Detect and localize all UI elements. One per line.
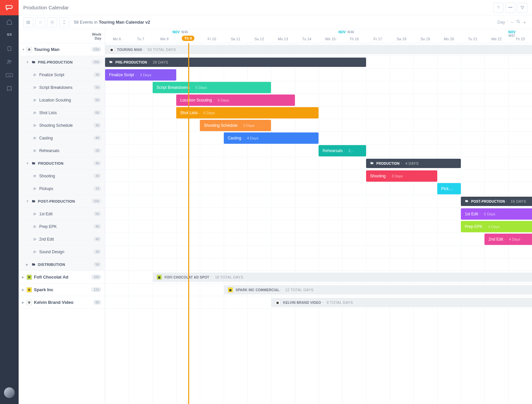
sub-row[interactable]: ▼PRE-PRODUCTION28d (19, 56, 105, 69)
task-bar[interactable]: Rehearsals·2… (319, 145, 366, 156)
task-row[interactable]: Location Scouting5d (19, 94, 105, 106)
task-bar[interactable]: Location Scouting·5 Days (176, 95, 295, 106)
group-row[interactable]: ▼▦Touring Man53d (19, 43, 105, 56)
task-row[interactable]: 1st Edit5d (19, 208, 105, 220)
day-header[interactable]: Mo 20 (444, 37, 454, 41)
day-header[interactable]: We 8 (160, 37, 169, 41)
day-header[interactable]: Mo 6 (113, 37, 121, 41)
header-bar[interactable]: ▦FOFI CHOCOLAT AD SPOT·18 TOTAL DAYS (153, 273, 532, 282)
day-header[interactable]: Fr 17 (373, 37, 382, 41)
nav-vip[interactable]: VIP (0, 69, 19, 82)
header-bar[interactable]: ▦TOURING MAN·53 TOTAL DAYS (105, 45, 532, 54)
bar-sublabel: 18 TOTAL DAYS (215, 275, 243, 279)
row-label: POST-PRODUCTION (38, 199, 91, 203)
zoom-search-button[interactable] (515, 19, 522, 25)
bar-label: FOFI CHOCOLAT AD SPOT (165, 276, 209, 279)
sub-row[interactable]: ▼POST-PRODUCTION16d (19, 195, 105, 208)
task-row[interactable]: Prep EPK4d (19, 220, 105, 233)
app-logo[interactable] (0, 0, 19, 15)
svg-rect-52 (34, 253, 35, 253)
week-marker: NOV W47 (508, 30, 520, 38)
chevron-icon: ▶ (22, 276, 27, 279)
view-list-button[interactable] (23, 17, 33, 27)
bar-sublabel: 5 Days (484, 212, 495, 216)
day-header[interactable]: Su 12 (254, 37, 264, 41)
day-header[interactable]: Mo 13 (278, 37, 288, 41)
nav-rail: VIP (0, 0, 19, 404)
task-bar[interactable]: Shooting Schedule·3 Days (200, 120, 271, 131)
day-header[interactable]: Th 16 (349, 37, 359, 41)
settings-button[interactable] (47, 17, 57, 27)
group-row[interactable]: ▶▦Spark Inc12d (19, 284, 105, 296)
task-row[interactable]: Script Breakdowns5d (19, 81, 105, 94)
task-bar[interactable]: Script Breakdowns·5 Days (153, 82, 271, 93)
favorite-button[interactable]: ☆ (35, 17, 45, 27)
user-avatar[interactable] (4, 387, 15, 398)
task-row[interactable]: Finalize Script3d (19, 69, 105, 81)
task-icon (33, 224, 37, 229)
collapse-button[interactable] (59, 17, 69, 27)
svg-point-5 (8, 60, 10, 62)
task-row[interactable]: Shot Lists6d (19, 106, 105, 119)
day-header[interactable]: Tu 14 (302, 37, 311, 41)
task-bar[interactable]: Finalize Script·3 Days (105, 69, 176, 81)
sub-row[interactable]: ▼PRODUCTION4d (19, 157, 105, 170)
day-header[interactable]: Sa 11 (231, 37, 240, 41)
task-bar[interactable]: Prep EPK·4 Days (461, 221, 532, 232)
bar-label: 1st Edit (465, 212, 478, 216)
task-row[interactable]: Casting4d (19, 132, 105, 144)
nav-calendar[interactable] (0, 29, 19, 42)
day-header[interactable]: We 15 (325, 37, 336, 41)
nav-library[interactable] (0, 82, 19, 95)
header-bar[interactable]: ▦KELVIN BRAND VIDEO·8 TOTAL DAYS (271, 298, 532, 307)
task-bar[interactable]: Pick… (437, 183, 461, 194)
svg-rect-48 (34, 239, 37, 240)
day-header[interactable]: Tu 21 (468, 37, 477, 41)
sub-row[interactable]: ▶DISTRIBUTION5d (19, 258, 105, 271)
svg-rect-26 (34, 124, 36, 125)
task-row[interactable]: Shooting3d (19, 170, 105, 182)
phase-bar[interactable]: PRE-PRODUCTION·28 DAYS (105, 58, 366, 67)
nav-home[interactable] (0, 15, 19, 29)
task-bar[interactable]: 1st Edit·5 Days (461, 208, 532, 220)
more-button[interactable]: ••• (505, 3, 515, 13)
day-header[interactable]: Sa 18 (397, 37, 406, 41)
phase-bar[interactable]: POST-PRODUCTION·16 DAYS (461, 197, 532, 206)
svg-rect-34 (34, 151, 35, 152)
zoom-out-button[interactable]: − (509, 20, 515, 25)
filter-button[interactable] (517, 3, 527, 13)
nav-team[interactable] (0, 55, 19, 69)
day-header[interactable]: Th 9 (182, 36, 195, 41)
group-row[interactable]: ▶▦Fofi Chocolat Ad18d (19, 271, 105, 284)
task-row[interactable]: Sound Design3d (19, 246, 105, 258)
zoom-in-button[interactable]: + (522, 20, 527, 25)
group-row[interactable]: ▶▦Kelvin Brand Video8d (19, 296, 105, 309)
day-header[interactable]: Th 23 (515, 37, 525, 41)
task-row[interactable]: 2nd Edit4d (19, 233, 105, 246)
row-label: Location Scouting (39, 98, 93, 102)
task-bar[interactable]: Shooting·3 Days (366, 170, 437, 182)
task-row[interactable]: Shooting Schedule3d (19, 119, 105, 132)
duration-badge: 2d (93, 148, 101, 153)
svg-rect-32 (34, 150, 36, 150)
zoom-level-select[interactable]: Day ˅ (497, 20, 508, 25)
task-bar[interactable]: Shot Lists·6 Days (176, 107, 319, 118)
bar-sublabel: 12 TOTAL DAYS (285, 288, 314, 292)
day-header[interactable]: Tu 7 (137, 37, 144, 41)
svg-point-13 (517, 20, 519, 22)
day-header[interactable]: Fr 10 (207, 37, 216, 41)
phase-bar[interactable]: PRODUCTION·4 DAYS (366, 159, 461, 168)
task-row[interactable]: Rehearsals2d (19, 144, 105, 157)
help-button[interactable]: ? (493, 3, 503, 13)
day-header[interactable]: We 22 (491, 37, 502, 41)
task-bar[interactable]: 2nd Edit·4 Days (484, 234, 532, 245)
nav-documents[interactable] (0, 42, 19, 55)
svg-rect-15 (34, 75, 37, 75)
bar-label: PRE-PRODUCTION (115, 61, 147, 64)
task-bar[interactable]: Casting·4 Days (224, 132, 319, 144)
day-header[interactable]: Su 19 (421, 37, 430, 41)
header-bar[interactable]: ▦SPARK INC COMMERCIAL·12 TOTAL DAYS (224, 285, 532, 295)
task-row[interactable]: Pickups1d (19, 182, 105, 195)
svg-rect-27 (34, 125, 37, 126)
svg-rect-21 (34, 100, 37, 101)
